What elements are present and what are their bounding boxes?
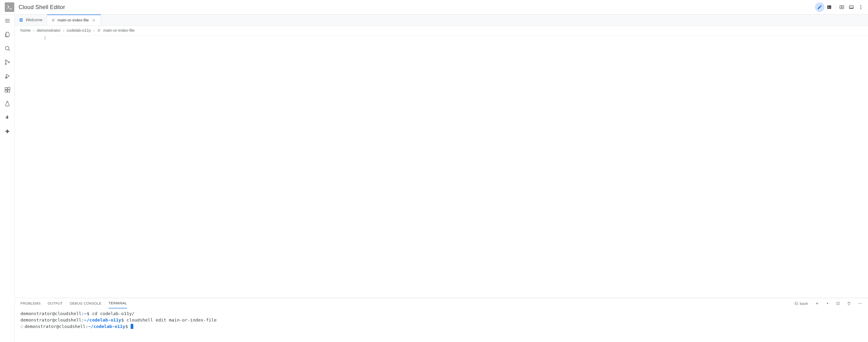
extensions-icon[interactable] xyxy=(4,86,11,94)
panel-tab-problems[interactable]: PROBLEMS xyxy=(21,298,41,308)
svg-rect-16 xyxy=(8,87,10,89)
terminal-shell-label[interactable]: bash xyxy=(795,302,808,306)
svg-rect-19 xyxy=(21,20,23,21)
panel-tab-debug[interactable]: DEBUG CONSOLE xyxy=(70,298,101,308)
kill-terminal-button[interactable] xyxy=(847,302,851,305)
breadcrumb-item[interactable]: demonstrator xyxy=(37,28,60,33)
svg-point-23 xyxy=(859,303,859,304)
svg-point-9 xyxy=(5,60,6,61)
gemini-icon[interactable] xyxy=(4,127,11,135)
more-menu-button[interactable] xyxy=(856,2,866,12)
svg-point-7 xyxy=(860,8,861,9)
svg-rect-0 xyxy=(827,5,831,9)
svg-rect-4 xyxy=(849,8,854,8)
new-terminal-button[interactable] xyxy=(815,302,819,305)
svg-point-6 xyxy=(860,7,861,8)
cloud-shell-logo xyxy=(5,2,14,12)
split-terminal-button[interactable] xyxy=(836,302,840,305)
tab-welcome-label: Welcome xyxy=(26,18,42,22)
svg-point-25 xyxy=(861,303,862,304)
svg-rect-17 xyxy=(20,18,21,22)
open-terminal-button[interactable] xyxy=(825,2,834,12)
terminal-dropdown-button[interactable] xyxy=(826,302,829,305)
code-area[interactable] xyxy=(53,35,868,298)
svg-point-2 xyxy=(841,7,842,8)
svg-rect-18 xyxy=(21,18,23,19)
close-tab-button[interactable] xyxy=(91,18,96,22)
editor-tabstrip: Welcome main-or-index-file xyxy=(15,15,868,26)
svg-point-5 xyxy=(860,5,861,6)
app-title: Cloud Shell Editor xyxy=(19,4,65,10)
session-info-button[interactable] xyxy=(846,2,856,12)
welcome-tab-icon xyxy=(19,18,23,22)
chevron-right-icon: › xyxy=(33,28,34,33)
chevron-right-icon: › xyxy=(63,28,64,33)
tab-welcome[interactable]: Welcome xyxy=(15,15,47,26)
svg-point-24 xyxy=(860,303,861,304)
explorer-icon[interactable] xyxy=(4,31,11,38)
svg-rect-21 xyxy=(795,302,798,305)
unsaved-indicator: ○ xyxy=(21,324,23,329)
menu-icon[interactable] xyxy=(4,17,11,25)
svg-rect-1 xyxy=(840,6,844,9)
svg-rect-13 xyxy=(5,87,7,90)
activity-bar xyxy=(0,15,15,342)
breadcrumb-file-icon xyxy=(97,29,101,32)
panel-tab-output[interactable]: OUTPUT xyxy=(48,298,63,308)
svg-point-10 xyxy=(5,63,6,64)
breadcrumb-item[interactable]: main-or-index-file xyxy=(103,28,134,33)
panel-tab-terminal[interactable]: TERMINAL xyxy=(108,298,127,308)
breadcrumb: home › demonstrator › codelab-o11y › mai… xyxy=(15,26,868,35)
bottom-panel: PROBLEMS OUTPUT DEBUG CONSOLE TERMINAL b… xyxy=(15,298,868,342)
line-number: 1 xyxy=(15,35,53,298)
cloud-code-icon[interactable] xyxy=(4,114,11,121)
search-icon[interactable] xyxy=(4,45,11,52)
svg-rect-14 xyxy=(5,90,7,92)
terminal-output[interactable]: demonstrator@cloudshell:~$ cd codelab-o1… xyxy=(15,309,868,342)
svg-point-11 xyxy=(8,61,9,63)
open-editor-button[interactable] xyxy=(815,2,825,12)
header-divider xyxy=(835,4,836,10)
chevron-right-icon: › xyxy=(93,28,95,33)
file-tab-icon xyxy=(52,18,55,22)
code-editor[interactable]: 1 xyxy=(15,35,868,298)
terminal-cursor xyxy=(131,324,133,329)
app-header: Cloud Shell Editor xyxy=(0,0,868,15)
test-icon[interactable] xyxy=(4,100,11,108)
run-debug-icon[interactable] xyxy=(4,72,11,80)
svg-point-8 xyxy=(5,46,9,50)
tab-main-file[interactable]: main-or-index-file xyxy=(47,15,101,26)
svg-rect-15 xyxy=(8,90,10,92)
breadcrumb-item[interactable]: codelab-o11y xyxy=(67,28,91,33)
breadcrumb-item[interactable]: home xyxy=(21,28,31,33)
source-control-icon[interactable] xyxy=(4,58,11,66)
svg-rect-20 xyxy=(21,21,23,22)
preview-button[interactable] xyxy=(837,2,846,12)
tab-main-file-label: main-or-index-file xyxy=(58,18,89,23)
panel-more-button[interactable] xyxy=(858,301,862,306)
